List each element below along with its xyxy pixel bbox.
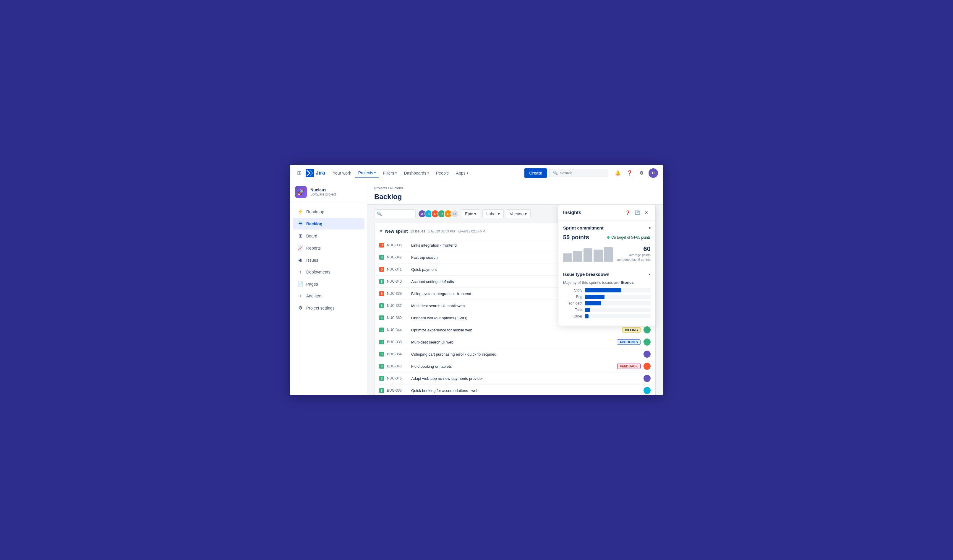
issue-key: NUC-340 xyxy=(387,279,408,283)
insights-close-button[interactable]: ✕ xyxy=(642,209,650,217)
nav-people[interactable]: People xyxy=(433,169,452,177)
sprint-commitment-title: Sprint commitment xyxy=(563,225,604,230)
sprint-commitment-chevron[interactable]: ▾ xyxy=(649,226,650,230)
issue-key: NUC-360 xyxy=(387,316,408,320)
sprint-toggle[interactable]: ▼ xyxy=(379,229,383,234)
grid-icon[interactable]: ⊞ xyxy=(295,169,303,177)
issue-type-icon: S xyxy=(379,364,384,368)
issues-icon: ◉ xyxy=(297,257,303,263)
issue-assignee-avatar xyxy=(644,363,650,370)
sprint-issue-count: 13 issues xyxy=(410,229,425,234)
nav-dashboards[interactable]: Dashboards ▾ xyxy=(401,169,432,177)
project-info: 🚀 Nucleus Software project xyxy=(290,181,367,203)
chart-bar xyxy=(594,249,602,262)
chart-avg-value: 60 xyxy=(616,245,650,253)
breakdown-bar xyxy=(585,308,590,312)
nav-icons: 🔔 ❓ ⚙ U xyxy=(613,169,658,178)
issue-key: BUG-338 xyxy=(387,340,408,344)
notifications-button[interactable]: 🔔 xyxy=(613,169,622,178)
page-title: Backlog xyxy=(374,193,656,204)
breakdown-subtitle: Majority of this sprint's issues are Sto… xyxy=(563,280,650,285)
commitment-chart-bars xyxy=(563,244,613,262)
insights-panel-title: Insights xyxy=(563,210,581,215)
breakdown-bar-bg xyxy=(585,288,650,292)
breakdown-bar-bg xyxy=(585,308,650,312)
label-filter[interactable]: Label ▾ xyxy=(483,209,503,218)
search-icon: 🔍 xyxy=(377,212,382,216)
on-target-indicator: On target of 54-65 points xyxy=(607,235,650,240)
issue-type-icon: S xyxy=(379,376,384,381)
sidebar-item-add-item[interactable]: + Add item xyxy=(293,290,365,302)
insights-header-icons: ❓ 🔄 ✕ xyxy=(623,209,650,217)
issue-key: NUC-344 xyxy=(387,328,408,332)
sidebar-nav: ⚡ Roadmap ☰ Backlog ⊞ Board 📈 Reports ◉ xyxy=(290,203,367,317)
issue-key: NUC-346 xyxy=(387,376,408,381)
sidebar-item-label: Add item xyxy=(306,294,323,298)
issue-type-icon: S xyxy=(379,388,384,393)
chart-avg-info: 60 Average pointscompleted last 5 sprint… xyxy=(616,245,650,262)
search-input[interactable]: 🔍 xyxy=(374,209,416,218)
breakdown-chevron[interactable]: ▾ xyxy=(649,272,650,277)
sidebar-item-pages[interactable]: 📄 Pages xyxy=(293,278,365,290)
nav-projects[interactable]: Projects ▾ xyxy=(355,169,379,178)
search-icon: 🔍 xyxy=(553,171,558,175)
issue-key: BUG-343 xyxy=(387,364,408,368)
projects-chevron: ▾ xyxy=(374,171,376,174)
main-layout: 🚀 Nucleus Software project ⚡ Roadmap ☰ B… xyxy=(290,181,663,395)
nav-your-work[interactable]: Your work xyxy=(330,169,354,177)
chart-bar xyxy=(584,248,592,262)
issue-row[interactable]: S BUG-336 Quick booking for accomodation… xyxy=(374,385,655,395)
create-button[interactable]: Create xyxy=(525,169,547,178)
breakdown-row-label: Task xyxy=(563,308,582,312)
issue-label: ACCOUNTS xyxy=(617,339,641,345)
issue-assignee-avatar xyxy=(644,375,650,382)
issue-type-icon: S xyxy=(379,255,384,260)
sidebar-item-label: Reports xyxy=(306,246,321,251)
pages-icon: 📄 xyxy=(297,281,303,287)
user-avatar[interactable]: U xyxy=(649,169,658,178)
avatar-group: A B C D E +3 xyxy=(418,210,459,218)
jira-logo[interactable]: Jira xyxy=(306,169,325,177)
sidebar-item-deployments[interactable]: ↑ Deployments xyxy=(293,266,365,278)
help-button[interactable]: ❓ xyxy=(625,169,634,178)
version-filter[interactable]: Version ▾ xyxy=(506,209,531,218)
sidebar-item-label: Issues xyxy=(306,258,318,263)
content-body: 🔍 A B C D E +3 Epic ▾ Label ▾ xyxy=(367,205,663,395)
issue-row[interactable]: S BUG-354 Cshoping cart purchasing error… xyxy=(374,348,655,360)
breakdown-row: Bug xyxy=(563,295,650,299)
sidebar-item-reports[interactable]: 📈 Reports xyxy=(293,242,365,254)
insights-refresh-button[interactable]: 🔄 xyxy=(633,209,641,217)
chart-avg-label: Average pointscompleted last 5 sprints xyxy=(616,253,650,262)
settings-button[interactable]: ⚙ xyxy=(637,169,646,178)
issue-type-icon: S xyxy=(379,340,384,344)
sidebar-item-backlog[interactable]: ☰ Backlog xyxy=(293,218,365,229)
avatar-more[interactable]: +3 xyxy=(450,210,459,218)
issue-breakdown-card: Issue type breakdown ▾ Majority of this … xyxy=(559,267,655,326)
sidebar-item-label: Roadmap xyxy=(306,209,324,214)
sidebar-item-roadmap[interactable]: ⚡ Roadmap xyxy=(293,206,365,217)
search-bar[interactable]: 🔍 Search xyxy=(549,169,608,177)
breakdown-rows: Story Bug Tech debt Task Other xyxy=(563,288,650,319)
chart-bar xyxy=(573,251,582,262)
epic-filter[interactable]: Epic ▾ xyxy=(461,209,480,218)
sidebar-item-board[interactable]: ⊞ Board xyxy=(293,230,365,241)
issue-assignee-avatar xyxy=(644,326,650,333)
sidebar-item-issues[interactable]: ◉ Issues xyxy=(293,254,365,266)
sprint-name: New sprint xyxy=(385,229,408,234)
chart-bar xyxy=(563,254,572,262)
on-target-dot xyxy=(607,236,610,239)
nav-apps[interactable]: Apps ▾ xyxy=(453,169,471,177)
sidebar-item-label: Pages xyxy=(306,282,318,286)
breakdown-row: Other xyxy=(563,314,650,319)
breakdown-bar-bg xyxy=(585,301,650,305)
issue-row[interactable]: S NUC-346 Adapt web app no new payments … xyxy=(374,373,655,385)
breadcrumb-nucleus[interactable]: Nucleus xyxy=(390,186,403,190)
sidebar-item-project-settings[interactable]: ⚙ Project settings xyxy=(293,302,365,314)
apps-chevron: ▾ xyxy=(467,171,468,175)
breadcrumb-projects[interactable]: Projects xyxy=(374,186,387,190)
dashboards-chevron: ▾ xyxy=(427,171,429,175)
issue-row[interactable]: S BUG-338 Multi-dest search UI web ACCOU… xyxy=(374,336,655,348)
nav-filters[interactable]: Filters ▾ xyxy=(380,169,400,177)
issue-row[interactable]: S BUG-343 Fluid booking on tablets FEEDB… xyxy=(374,360,655,373)
insights-help-button[interactable]: ❓ xyxy=(623,209,632,217)
